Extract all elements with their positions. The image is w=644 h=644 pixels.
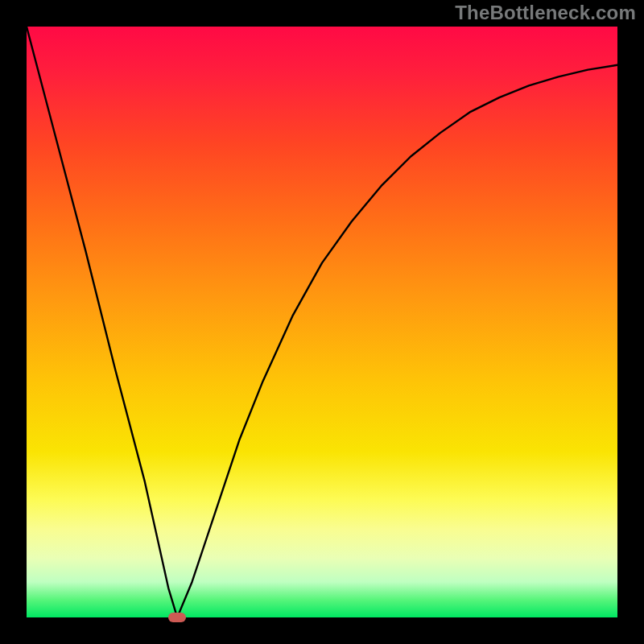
optimal-marker bbox=[168, 613, 186, 622]
bottleneck-curve bbox=[27, 27, 617, 617]
curve-svg bbox=[27, 27, 617, 617]
plot-area bbox=[27, 27, 617, 617]
watermark-text: TheBottleneck.com bbox=[455, 2, 636, 24]
chart-frame: TheBottleneck.com bbox=[0, 0, 644, 644]
